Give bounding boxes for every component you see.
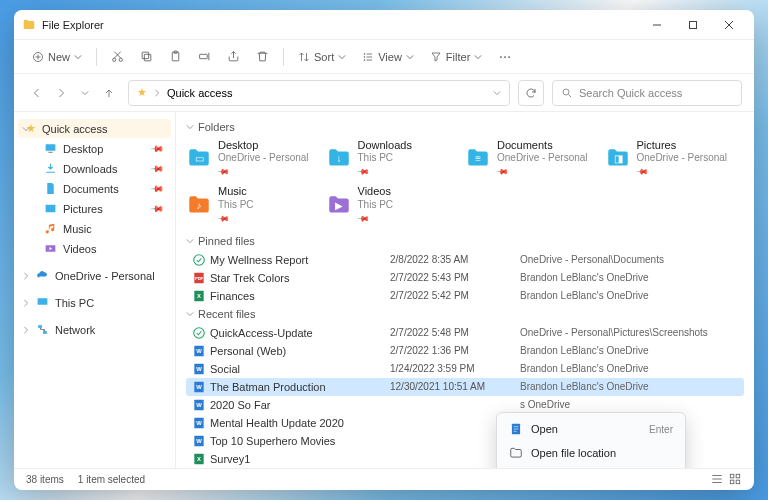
sidebar-thispc[interactable]: This PC	[18, 293, 171, 312]
folder-icon: ◨	[605, 145, 631, 171]
search-icon	[561, 87, 573, 99]
rename-button[interactable]	[192, 46, 217, 67]
svg-text:W: W	[196, 402, 202, 408]
pinned-header[interactable]: Pinned files	[186, 232, 744, 251]
context-open[interactable]: Open Enter	[501, 417, 681, 441]
minimize-button[interactable]	[640, 13, 674, 37]
svg-text:W: W	[196, 420, 202, 426]
svg-point-7	[113, 58, 116, 61]
sidebar-network[interactable]: Network	[18, 320, 171, 339]
sidebar-item-videos[interactable]: Videos	[18, 239, 171, 258]
pc-icon	[36, 296, 49, 309]
refresh-button[interactable]	[518, 80, 544, 106]
sidebar-item-downloads[interactable]: Downloads📌	[18, 159, 171, 178]
chevron-down-icon	[406, 53, 414, 61]
up-button[interactable]	[98, 82, 120, 104]
svg-point-25	[500, 56, 502, 58]
chevron-right-icon	[22, 297, 30, 309]
network-icon	[36, 323, 49, 336]
chevron-right-icon	[22, 270, 30, 282]
pin-icon: 📌	[356, 165, 370, 179]
chevron-down-icon	[474, 53, 482, 61]
new-button[interactable]: New	[26, 47, 88, 67]
statusbar: 38 items 1 item selected	[14, 468, 754, 490]
toolbar: New Sort View Filter	[14, 40, 754, 74]
folder-item[interactable]: ◨PicturesOneDrive - Personal📌	[605, 137, 745, 179]
sidebar: ★ Quick access Desktop📌 Downloads📌 Docum…	[14, 112, 176, 468]
svg-text:X: X	[197, 456, 201, 462]
app-icon	[22, 18, 36, 32]
view-button[interactable]: View	[356, 47, 420, 67]
svg-rect-71	[730, 474, 734, 478]
search-input[interactable]: Search Quick access	[552, 80, 742, 106]
sidebar-item-desktop[interactable]: Desktop📌	[18, 139, 171, 158]
sidebar-quick-access[interactable]: ★ Quick access	[18, 119, 171, 138]
folder-item[interactable]: ♪MusicThis PC📌	[186, 183, 326, 225]
svg-rect-32	[46, 205, 56, 213]
file-icon	[188, 326, 210, 340]
pin-icon: 📌	[216, 165, 230, 179]
breadcrumb[interactable]: ★ Quick access	[128, 80, 510, 106]
sidebar-item-music[interactable]: Music	[18, 219, 171, 238]
delete-button[interactable]	[250, 46, 275, 67]
svg-point-43	[194, 255, 205, 266]
maximize-button[interactable]	[676, 13, 710, 37]
svg-rect-1	[690, 21, 697, 28]
folder-item[interactable]: ↓DownloadsThis PC📌	[326, 137, 466, 179]
sidebar-label: Quick access	[42, 123, 107, 135]
svg-text:◨: ◨	[613, 154, 622, 165]
svg-text:W: W	[196, 438, 202, 444]
sort-button[interactable]: Sort	[292, 47, 352, 67]
more-button[interactable]	[492, 46, 518, 68]
chevron-down-icon[interactable]	[493, 89, 501, 97]
cut-button[interactable]	[105, 46, 130, 67]
forward-button[interactable]	[50, 82, 72, 104]
folders-header[interactable]: Folders	[186, 118, 744, 137]
breadcrumb-label: Quick access	[167, 87, 232, 99]
star-icon: ★	[137, 86, 147, 99]
sort-label: Sort	[314, 51, 334, 63]
grid-view-button[interactable]	[728, 472, 742, 488]
folder-item[interactable]: ▭DesktopOneDrive - Personal📌	[186, 137, 326, 179]
file-row[interactable]: WPersonal (Web)2/7/2022 1:36 PMBrandon L…	[186, 342, 744, 360]
copy-button[interactable]	[134, 46, 159, 67]
filter-button[interactable]: Filter	[424, 47, 488, 67]
svg-point-21	[364, 56, 365, 57]
sidebar-item-documents[interactable]: Documents📌	[18, 179, 171, 198]
svg-rect-74	[736, 480, 740, 484]
chevron-right-icon	[22, 324, 30, 336]
pin-icon: 📌	[150, 141, 165, 156]
svg-rect-11	[144, 54, 151, 61]
paste-button[interactable]	[163, 46, 188, 67]
sidebar-item-pictures[interactable]: Pictures📌	[18, 199, 171, 218]
share-button[interactable]	[221, 46, 246, 67]
document-icon	[509, 422, 523, 436]
svg-point-48	[194, 328, 205, 339]
recent-dropdown[interactable]	[74, 82, 96, 104]
close-button[interactable]	[712, 13, 746, 37]
search-placeholder: Search Quick access	[579, 87, 682, 99]
file-row[interactable]: WThe Batman Production12/30/2021 10:51 A…	[186, 378, 744, 396]
file-row[interactable]: XFinances2/7/2022 5:42 PMBrandon LeBlanc…	[186, 287, 744, 305]
body: ★ Quick access Desktop📌 Downloads📌 Docum…	[14, 112, 754, 468]
back-button[interactable]	[26, 82, 48, 104]
file-row[interactable]: QuickAccess-Update2/7/2022 5:48 PMOneDri…	[186, 324, 744, 342]
svg-rect-72	[736, 474, 740, 478]
folder-icon	[509, 446, 523, 460]
svg-rect-31	[48, 152, 52, 153]
svg-line-29	[569, 94, 572, 97]
recent-header[interactable]: Recent files	[186, 305, 744, 324]
folder-item[interactable]: ▶VideosThis PC📌	[326, 183, 466, 225]
filter-label: Filter	[446, 51, 470, 63]
folder-item[interactable]: ≡DocumentsOneDrive - Personal📌	[465, 137, 605, 179]
file-icon: W	[188, 434, 210, 448]
details-view-button[interactable]	[710, 472, 724, 488]
navigation-bar: ★ Quick access Search Quick access	[14, 74, 754, 112]
sidebar-onedrive[interactable]: OneDrive - Personal	[18, 266, 171, 285]
file-row[interactable]: WSocial1/24/2022 3:59 PMBrandon LeBlanc'…	[186, 360, 744, 378]
context-pin[interactable]: Pin to Quick access	[501, 465, 681, 468]
context-open-location[interactable]: Open file location	[501, 441, 681, 465]
file-icon: W	[188, 416, 210, 430]
file-row[interactable]: My Wellness Report2/8/2022 8:35 AMOneDri…	[186, 251, 744, 269]
file-row[interactable]: PDFStar Trek Colors2/7/2022 5:43 PMBrand…	[186, 269, 744, 287]
